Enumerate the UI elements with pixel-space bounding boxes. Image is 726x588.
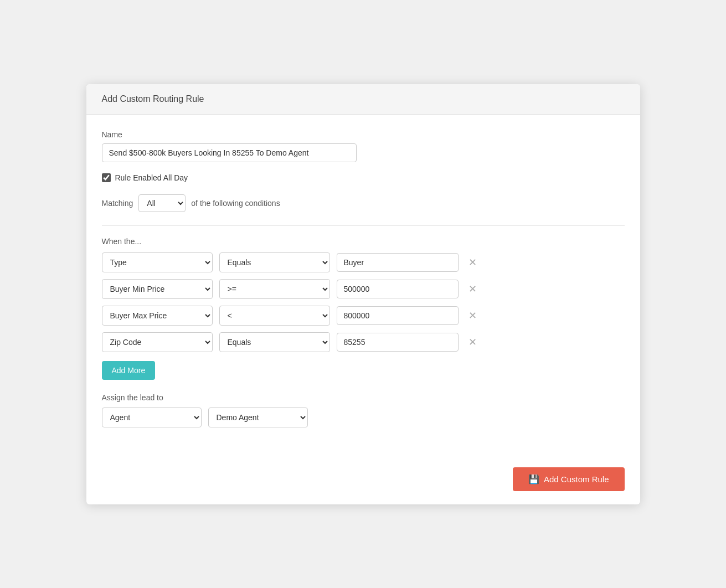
rule-enabled-checkbox[interactable] [102, 173, 111, 182]
condition-row-2: Type Buyer Min Price Buyer Max Price Zip… [102, 279, 625, 299]
value-input-3[interactable] [337, 306, 459, 325]
name-group: Name [102, 130, 625, 162]
remove-condition-1[interactable]: ✕ [465, 255, 480, 270]
add-rule-label: Add Custom Rule [544, 474, 609, 484]
matching-suffix: of the following conditions [191, 199, 280, 208]
matching-select[interactable]: All Any [138, 194, 186, 212]
condition-row-4: Type Buyer Min Price Buyer Max Price Zip… [102, 332, 625, 352]
add-custom-rule-button[interactable]: 💾 Add Custom Rule [513, 467, 625, 491]
remove-condition-2[interactable]: ✕ [465, 282, 480, 296]
name-input[interactable] [102, 143, 357, 162]
remove-condition-4[interactable]: ✕ [465, 335, 480, 349]
value-input-2[interactable] [337, 280, 459, 298]
field-select-3[interactable]: Type Buyer Min Price Buyer Max Price Zip… [102, 306, 213, 326]
field-select-4[interactable]: Type Buyer Min Price Buyer Max Price Zip… [102, 332, 213, 352]
condition-row-1: Type Buyer Min Price Buyer Max Price Zip… [102, 252, 625, 272]
rule-enabled-label: Rule Enabled All Day [115, 173, 188, 182]
operator-select-3[interactable]: >= <= > < Equals [219, 306, 330, 326]
matching-row: Matching All Any of the following condit… [102, 194, 625, 212]
modal-footer: 💾 Add Custom Rule [86, 458, 640, 504]
field-select-1[interactable]: Type Buyer Min Price Buyer Max Price Zip… [102, 252, 213, 272]
add-routing-rule-modal: Add Custom Routing Rule Name Rule Enable… [86, 84, 640, 504]
add-more-button[interactable]: Add More [102, 361, 156, 380]
value-input-1[interactable] [337, 253, 459, 272]
save-icon: 💾 [528, 474, 539, 484]
remove-condition-3[interactable]: ✕ [465, 308, 480, 323]
matching-prefix: Matching [102, 199, 133, 208]
operator-select-4[interactable]: Equals Not Equals Contains [219, 332, 330, 352]
modal-header: Add Custom Routing Rule [86, 84, 640, 115]
modal-body: Name Rule Enabled All Day Matching All A… [86, 115, 640, 458]
condition-row-3: Type Buyer Min Price Buyer Max Price Zip… [102, 306, 625, 326]
assign-label: Assign the lead to [102, 393, 625, 402]
assign-row: Agent Team Round Robin Demo Agent Agent … [102, 408, 625, 427]
rule-enabled-row: Rule Enabled All Day [102, 173, 625, 182]
assign-agent-select[interactable]: Demo Agent Agent 2 Agent 3 [208, 408, 308, 427]
operator-select-1[interactable]: Equals Not Equals [219, 252, 330, 272]
name-label: Name [102, 130, 625, 139]
modal-title: Add Custom Routing Rule [102, 94, 625, 104]
divider [102, 225, 625, 226]
when-label: When the... [102, 237, 625, 246]
operator-select-2[interactable]: >= <= > < Equals [219, 279, 330, 299]
value-input-4[interactable] [337, 333, 459, 352]
field-select-2[interactable]: Type Buyer Min Price Buyer Max Price Zip… [102, 279, 213, 299]
assign-type-select[interactable]: Agent Team Round Robin [102, 408, 202, 427]
